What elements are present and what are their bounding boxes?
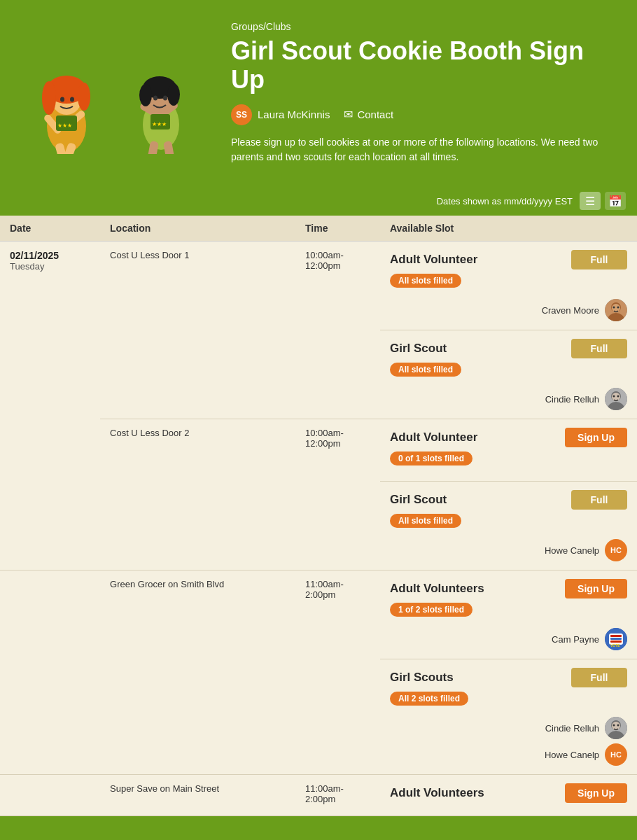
signup-person: Howe Canelp HC — [390, 743, 627, 766]
col-slot: Available Slot — [380, 216, 637, 241]
svg-rect-43 — [610, 640, 622, 643]
full-button: Full — [571, 339, 627, 358]
slot-cell: Adult Volunteer Sign Up 0 of 1 slots fil… — [380, 419, 637, 482]
signup-person: Howe Canelp HC — [390, 539, 627, 561]
table-header: Date Location Time Available Slot — [0, 216, 637, 241]
slot-title: Girl Scout — [390, 342, 447, 356]
slot-title: Adult Volunteers — [390, 786, 484, 800]
date-day: Tuesday — [10, 261, 90, 272]
slot-cell: Girl Scout Full All slots filled Howe Ca… — [380, 482, 637, 570]
avatar: HC — [605, 743, 627, 766]
slot-title: Adult Volunteer — [390, 430, 477, 444]
slot-header: Girl Scout Full — [390, 339, 627, 358]
calendar-icon: 📅 — [608, 195, 622, 208]
slot-header: Adult Volunteers Sign Up — [390, 579, 627, 598]
full-button: Full — [571, 668, 627, 687]
svg-point-11 — [70, 97, 74, 102]
svg-point-48 — [612, 722, 620, 730]
signups-list: Cam Payne VOTE — [390, 628, 627, 650]
signups-list: Howe Canelp HC — [390, 539, 627, 561]
signup-name: Howe Canelp — [545, 750, 599, 760]
list-view-button[interactable]: ☰ — [580, 192, 601, 210]
signup-name: Craven Moore — [542, 305, 599, 316]
slot-title: Girl Scouts — [390, 671, 454, 685]
signups-list: Cindie Relluh — [390, 717, 627, 766]
slot-cell: Adult Volunteer Full All slots filled Cr… — [380, 241, 637, 330]
svg-text:★★★: ★★★ — [152, 121, 167, 127]
svg-point-8 — [42, 81, 56, 115]
header-content: Groups/Clubs Girl Scout Cookie Booth Sig… — [231, 14, 616, 165]
slot-cell: Adult Volunteers Sign Up 1 of 2 slots fi… — [380, 570, 637, 659]
svg-point-37 — [613, 396, 615, 398]
table-row: 02/11/2025 Tuesday Cost U Less Door 1 10… — [0, 241, 637, 330]
full-button: Full — [571, 490, 627, 510]
slots-badge: 1 of 2 slots filled — [390, 603, 472, 617]
signup-person: Cindie Relluh — [390, 717, 627, 739]
signup-person: Craven Moore — [390, 299, 627, 321]
contact-label: Contact — [357, 108, 393, 120]
signup-button[interactable]: Sign Up — [565, 783, 627, 803]
signup-name: Cindie Relluh — [545, 723, 599, 734]
slot-header: Adult Volunteer Full — [390, 250, 627, 270]
location-cell: Green Grocer on Smith Blvd — [100, 570, 295, 775]
signup-name: Howe Canelp — [545, 545, 599, 556]
date-value: 02/11/2025 — [10, 250, 90, 261]
slot-cell: Adult Volunteers Sign Up — [380, 775, 637, 816]
slot-row: Girl Scout Full All slots filled Howe Ca… — [380, 482, 637, 570]
svg-point-22 — [167, 83, 180, 106]
svg-text:VOTE: VOTE — [610, 643, 620, 648]
col-time: Time — [295, 216, 380, 241]
avatar: HC — [605, 539, 627, 561]
list-icon: ☰ — [585, 195, 595, 208]
description-text: Please sign up to sell cookies at one or… — [231, 135, 616, 165]
slot-row: Girl Scout Full All slots filled Cindie … — [380, 330, 637, 419]
table-body: 02/11/2025 Tuesday Cost U Less Door 1 10… — [0, 241, 637, 816]
svg-point-30 — [612, 304, 620, 312]
svg-point-32 — [617, 307, 620, 309]
slots-badge: All slots filled — [390, 514, 461, 528]
date-cell — [0, 570, 100, 775]
mail-icon: ✉ — [344, 108, 353, 121]
sign-up-table: Date Location Time Available Slot 02/11/… — [0, 216, 637, 816]
signup-name: Cam Payne — [552, 634, 599, 645]
organizer-row: SS Laura McKinnis ✉ Contact — [231, 104, 616, 125]
calendar-view-button[interactable]: 📅 — [605, 192, 626, 210]
signup-button[interactable]: Sign Up — [565, 579, 627, 598]
signup-button[interactable]: Sign Up — [565, 428, 627, 447]
avatar — [605, 388, 627, 410]
location-cell: Cost U Less Door 1 — [100, 241, 295, 419]
table-row: Green Grocer on Smith Blvd 11:00am-2:00p… — [0, 570, 637, 659]
header-illustration: ★★★ ★★★ — [0, 14, 231, 154]
slots-badge: 0 of 1 slots filled — [390, 451, 472, 465]
slots-badge: All 2 slots filled — [390, 692, 468, 706]
avatar — [605, 299, 627, 321]
date-cell — [0, 775, 100, 816]
time-cell: 10:00am-12:00pm — [295, 419, 380, 570]
signup-person: Cam Payne VOTE — [390, 628, 627, 650]
slot-title: Adult Volunteers — [390, 582, 484, 596]
slot-row: Adult Volunteer Full All slots filled Cr… — [380, 241, 637, 330]
svg-point-24 — [163, 96, 167, 101]
slot-cell: Girl Scouts Full All 2 slots filled Cind… — [380, 659, 637, 775]
location-cell: Cost U Less Door 2 — [100, 419, 295, 570]
svg-point-38 — [617, 396, 620, 398]
slot-row: Adult Volunteer Sign Up 0 of 1 slots fil… — [380, 419, 637, 481]
table-row: Super Save on Main Street 11:00am-2:00pm… — [0, 775, 637, 816]
contact-link[interactable]: ✉ Contact — [344, 108, 393, 121]
svg-rect-0 — [0, 14, 231, 154]
slot-header: Girl Scouts Full — [390, 668, 627, 687]
time-cell: 10:00am-12:00pm — [295, 241, 380, 419]
svg-rect-41 — [610, 635, 622, 637]
slot-header: Girl Scout Full — [390, 490, 627, 510]
slot-title: Adult Volunteer — [390, 253, 477, 267]
table-controls: Dates shown as mm/dd/yyyy EST ☰ 📅 — [0, 186, 637, 216]
time-cell: 11:00am-2:00pm — [295, 570, 380, 775]
slot-row: Adult Volunteers Sign Up 1 of 2 slots fi… — [380, 570, 637, 659]
date-cell: 02/11/2025 Tuesday — [0, 241, 100, 570]
svg-point-49 — [613, 724, 615, 727]
signup-name: Cindie Relluh — [545, 394, 599, 405]
svg-point-50 — [617, 724, 620, 727]
slot-cell: Girl Scout Full All slots filled Cindie … — [380, 330, 637, 419]
page-title: Girl Scout Cookie Booth Sign Up — [231, 36, 616, 94]
date-format-label: Dates shown as mm/dd/yyyy EST — [437, 196, 573, 206]
